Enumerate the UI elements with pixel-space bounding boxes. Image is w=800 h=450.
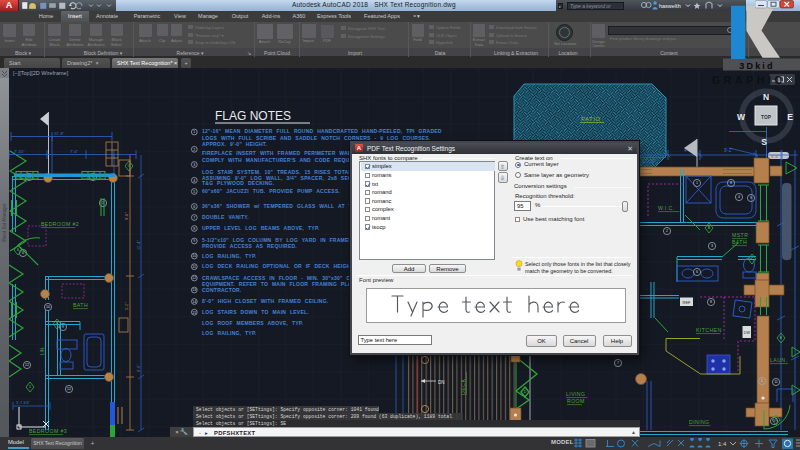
svg-text:3: 3 (711, 244, 713, 248)
svg-text:LOG STAIRS DOWN TO MAIN LEVEL.: LOG STAIRS DOWN TO MAIN LEVEL. (202, 309, 309, 315)
svg-text:2: 2 (666, 229, 668, 233)
svg-text:GRAPHIC: GRAPHIC (712, 74, 786, 86)
svg-text:DN: DN (438, 380, 445, 385)
svg-text:3'-6": 3'-6" (771, 154, 780, 159)
svg-text:DOUBLE VANITY.: DOUBLE VANITY. (202, 214, 249, 220)
svg-text:UPPER LEVEL LOG BEAMS ABOVE, T: UPPER LEVEL LOG BEAMS ABOVE, TYP. (202, 225, 320, 231)
svg-text:3'-7 3/4": 3'-7 3/4" (16, 401, 31, 405)
svg-text:12'-4": 12'-4" (137, 240, 141, 250)
svg-text:8: 8 (193, 227, 195, 231)
svg-text:9: 9 (750, 196, 752, 200)
svg-text:LOG ROOF MEMBERS ABOVE, TYP.: LOG ROOF MEMBERS ABOVE, TYP. (202, 320, 304, 326)
svg-text:12: 12 (25, 363, 29, 367)
svg-text:6: 6 (22, 251, 24, 255)
svg-text:5: 5 (775, 418, 777, 422)
svg-text:1: 1 (29, 385, 31, 389)
svg-text:N: N (763, 92, 769, 102)
svg-text:36"x36" SHOWER w/ TEMPERED GLA: 36"x36" SHOWER w/ TEMPERED GLASS WALL AT… (202, 203, 362, 209)
svg-text:10: 10 (192, 254, 196, 258)
svg-text:8: 8 (730, 181, 732, 185)
svg-text:DINING: DINING (689, 419, 710, 425)
svg-text:4: 4 (738, 195, 740, 199)
svg-text:C: C (751, 257, 754, 261)
svg-text:W: W (737, 112, 746, 122)
svg-text:7: 7 (193, 216, 195, 220)
svg-text:9'-6": 9'-6" (125, 212, 129, 220)
svg-text:9: 9 (62, 325, 64, 329)
svg-text:11: 11 (774, 380, 778, 384)
svg-text:1: 1 (696, 181, 698, 185)
svg-text:10: 10 (46, 305, 50, 309)
svg-text:LIVING: LIVING (566, 391, 585, 397)
svg-text:7'-6": 7'-6" (70, 149, 79, 154)
svg-text:PATIO: PATIO (581, 116, 601, 122)
svg-text:3: 3 (193, 163, 195, 167)
svg-text:11'-8": 11'-8" (54, 131, 65, 136)
svg-text:DW: DW (744, 331, 751, 335)
svg-text:9: 9 (193, 239, 195, 243)
svg-text:LOG RAILING, TYP.: LOG RAILING, TYP. (202, 253, 257, 259)
svg-text:CONTRACTOR.: CONTRACTOR. (202, 287, 242, 293)
svg-text:6: 6 (193, 205, 195, 209)
svg-text:5: 5 (193, 190, 195, 194)
svg-text:1:4: 1:4 (718, 441, 727, 447)
svg-text:BATH: BATH (732, 239, 747, 245)
svg-text:6: 6 (696, 270, 698, 274)
svg-text:7'-10": 7'-10" (14, 149, 25, 154)
svg-text:haswelth: haswelth (659, 3, 681, 9)
svg-text:3Dkid: 3Dkid (739, 61, 775, 71)
svg-text:12: 12 (192, 276, 196, 280)
svg-text:APPROX. 9'-0" HEIGHT.: APPROX. 9'-0" HEIGHT. (202, 141, 268, 147)
svg-text:TOP: TOP (761, 115, 772, 120)
svg-text:12: 12 (67, 387, 71, 391)
svg-text:LOG RAILING, TYP.: LOG RAILING, TYP. (202, 330, 257, 336)
svg-text:T&G PLYWOOD DECKING.: T&G PLYWOOD DECKING. (202, 180, 275, 186)
svg-text:S: S (761, 137, 767, 147)
svg-text:BATH: BATH (73, 302, 88, 308)
svg-text:1: 1 (193, 130, 195, 134)
svg-text:2: 2 (193, 148, 195, 152)
svg-text:1: 1 (761, 379, 763, 383)
svg-text:15: 15 (192, 311, 196, 315)
svg-text:LIN.: LIN. (40, 347, 45, 355)
svg-text:9'-2": 9'-2" (724, 148, 733, 153)
svg-text:5'-2": 5'-2" (125, 302, 129, 310)
svg-text:11: 11 (192, 265, 196, 269)
svg-text:17'-10": 17'-10" (642, 159, 656, 164)
svg-text:FLAG NOTES: FLAG NOTES (215, 108, 291, 123)
svg-text:60"x60" JACUZZI TUB. PROVIDE P: 60"x60" JACUZZI TUB. PROVIDE PUMP ACCESS… (202, 188, 340, 194)
svg-text:KITCHEN: KITCHEN (696, 327, 722, 333)
svg-text:E: E (787, 112, 793, 122)
svg-text:D: D (524, 390, 527, 394)
svg-text:4: 4 (193, 179, 195, 183)
svg-text:14: 14 (192, 300, 196, 304)
svg-text:LAUN.: LAUN. (770, 357, 787, 363)
svg-text:REF: REF (683, 300, 692, 305)
svg-text:7: 7 (617, 361, 619, 365)
svg-text:6: 6 (17, 248, 19, 252)
svg-text:MSTR: MSTR (732, 232, 748, 238)
svg-text:ROOM: ROOM (567, 398, 585, 404)
svg-text:13: 13 (192, 288, 196, 292)
svg-text:8'-0" HIGH CLOSET WITH FRAMED: 8'-0" HIGH CLOSET WITH FRAMED CEILING. (202, 298, 329, 304)
svg-text:BEDROOM #2: BEDROOM #2 (41, 221, 79, 227)
svg-text:Sheet Set Manager: Sheet Set Manager (2, 203, 7, 242)
svg-text:W.I.C.: W.I.C. (658, 205, 675, 211)
svg-text:12"-16" MEAN DIAMETER FULL ROU: 12"-16" MEAN DIAMETER FULL ROUND HANDCRA… (202, 128, 442, 134)
svg-text:8'-0": 8'-0" (137, 364, 141, 372)
svg-text:8: 8 (710, 300, 712, 304)
svg-text:PROVIDE ACCESS AS REQUIRED.: PROVIDE ACCESS AS REQUIRED. (202, 243, 297, 249)
